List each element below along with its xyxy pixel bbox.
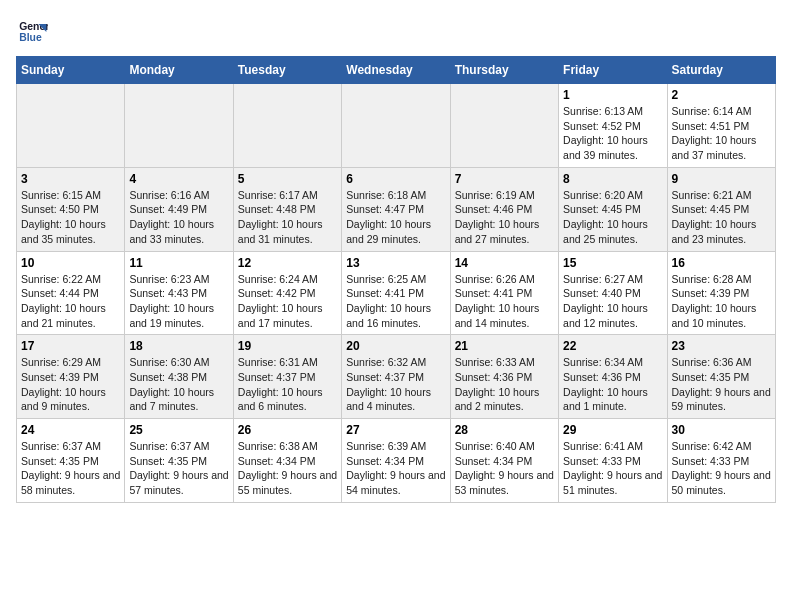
calendar-header: SundayMondayTuesdayWednesdayThursdayFrid… (17, 57, 776, 84)
day-number: 7 (455, 172, 554, 186)
day-number: 26 (238, 423, 337, 437)
day-number: 3 (21, 172, 120, 186)
weekday-header-thursday: Thursday (450, 57, 558, 84)
weekday-header-row: SundayMondayTuesdayWednesdayThursdayFrid… (17, 57, 776, 84)
day-number: 20 (346, 339, 445, 353)
day-info: Sunrise: 6:41 AM Sunset: 4:33 PM Dayligh… (563, 439, 662, 498)
day-number: 12 (238, 256, 337, 270)
calendar-cell: 9Sunrise: 6:21 AM Sunset: 4:45 PM Daylig… (667, 167, 775, 251)
day-info: Sunrise: 6:14 AM Sunset: 4:51 PM Dayligh… (672, 104, 771, 163)
day-number: 22 (563, 339, 662, 353)
day-number: 21 (455, 339, 554, 353)
calendar-cell (342, 84, 450, 168)
day-info: Sunrise: 6:19 AM Sunset: 4:46 PM Dayligh… (455, 188, 554, 247)
day-info: Sunrise: 6:17 AM Sunset: 4:48 PM Dayligh… (238, 188, 337, 247)
calendar-cell: 26Sunrise: 6:38 AM Sunset: 4:34 PM Dayli… (233, 419, 341, 503)
day-number: 25 (129, 423, 228, 437)
calendar-cell: 23Sunrise: 6:36 AM Sunset: 4:35 PM Dayli… (667, 335, 775, 419)
day-info: Sunrise: 6:23 AM Sunset: 4:43 PM Dayligh… (129, 272, 228, 331)
calendar-cell: 21Sunrise: 6:33 AM Sunset: 4:36 PM Dayli… (450, 335, 558, 419)
day-info: Sunrise: 6:37 AM Sunset: 4:35 PM Dayligh… (21, 439, 120, 498)
day-info: Sunrise: 6:31 AM Sunset: 4:37 PM Dayligh… (238, 355, 337, 414)
calendar-cell: 10Sunrise: 6:22 AM Sunset: 4:44 PM Dayli… (17, 251, 125, 335)
day-info: Sunrise: 6:20 AM Sunset: 4:45 PM Dayligh… (563, 188, 662, 247)
day-info: Sunrise: 6:34 AM Sunset: 4:36 PM Dayligh… (563, 355, 662, 414)
weekday-header-friday: Friday (559, 57, 667, 84)
calendar-week-row: 24Sunrise: 6:37 AM Sunset: 4:35 PM Dayli… (17, 419, 776, 503)
day-info: Sunrise: 6:24 AM Sunset: 4:42 PM Dayligh… (238, 272, 337, 331)
weekday-header-sunday: Sunday (17, 57, 125, 84)
calendar-cell: 8Sunrise: 6:20 AM Sunset: 4:45 PM Daylig… (559, 167, 667, 251)
weekday-header-monday: Monday (125, 57, 233, 84)
day-info: Sunrise: 6:13 AM Sunset: 4:52 PM Dayligh… (563, 104, 662, 163)
calendar-cell: 29Sunrise: 6:41 AM Sunset: 4:33 PM Dayli… (559, 419, 667, 503)
day-info: Sunrise: 6:21 AM Sunset: 4:45 PM Dayligh… (672, 188, 771, 247)
day-info: Sunrise: 6:36 AM Sunset: 4:35 PM Dayligh… (672, 355, 771, 414)
day-number: 4 (129, 172, 228, 186)
day-info: Sunrise: 6:27 AM Sunset: 4:40 PM Dayligh… (563, 272, 662, 331)
calendar-cell: 1Sunrise: 6:13 AM Sunset: 4:52 PM Daylig… (559, 84, 667, 168)
calendar-cell: 2Sunrise: 6:14 AM Sunset: 4:51 PM Daylig… (667, 84, 775, 168)
calendar-cell: 18Sunrise: 6:30 AM Sunset: 4:38 PM Dayli… (125, 335, 233, 419)
day-number: 17 (21, 339, 120, 353)
calendar-cell: 16Sunrise: 6:28 AM Sunset: 4:39 PM Dayli… (667, 251, 775, 335)
calendar-cell (17, 84, 125, 168)
calendar-week-row: 10Sunrise: 6:22 AM Sunset: 4:44 PM Dayli… (17, 251, 776, 335)
calendar-cell: 25Sunrise: 6:37 AM Sunset: 4:35 PM Dayli… (125, 419, 233, 503)
day-number: 13 (346, 256, 445, 270)
day-number: 8 (563, 172, 662, 186)
day-number: 5 (238, 172, 337, 186)
day-number: 9 (672, 172, 771, 186)
day-info: Sunrise: 6:29 AM Sunset: 4:39 PM Dayligh… (21, 355, 120, 414)
calendar-table: SundayMondayTuesdayWednesdayThursdayFrid… (16, 56, 776, 503)
weekday-header-saturday: Saturday (667, 57, 775, 84)
day-number: 19 (238, 339, 337, 353)
day-number: 6 (346, 172, 445, 186)
day-number: 29 (563, 423, 662, 437)
calendar-cell: 20Sunrise: 6:32 AM Sunset: 4:37 PM Dayli… (342, 335, 450, 419)
day-info: Sunrise: 6:28 AM Sunset: 4:39 PM Dayligh… (672, 272, 771, 331)
calendar-cell: 22Sunrise: 6:34 AM Sunset: 4:36 PM Dayli… (559, 335, 667, 419)
calendar-cell (125, 84, 233, 168)
calendar-cell: 28Sunrise: 6:40 AM Sunset: 4:34 PM Dayli… (450, 419, 558, 503)
calendar-cell: 7Sunrise: 6:19 AM Sunset: 4:46 PM Daylig… (450, 167, 558, 251)
day-number: 10 (21, 256, 120, 270)
day-info: Sunrise: 6:25 AM Sunset: 4:41 PM Dayligh… (346, 272, 445, 331)
day-number: 18 (129, 339, 228, 353)
day-info: Sunrise: 6:16 AM Sunset: 4:49 PM Dayligh… (129, 188, 228, 247)
calendar-cell: 13Sunrise: 6:25 AM Sunset: 4:41 PM Dayli… (342, 251, 450, 335)
logo: General Blue (16, 16, 52, 48)
day-number: 27 (346, 423, 445, 437)
calendar-week-row: 17Sunrise: 6:29 AM Sunset: 4:39 PM Dayli… (17, 335, 776, 419)
day-number: 2 (672, 88, 771, 102)
day-number: 11 (129, 256, 228, 270)
calendar-cell: 27Sunrise: 6:39 AM Sunset: 4:34 PM Dayli… (342, 419, 450, 503)
calendar-cell: 15Sunrise: 6:27 AM Sunset: 4:40 PM Dayli… (559, 251, 667, 335)
day-info: Sunrise: 6:37 AM Sunset: 4:35 PM Dayligh… (129, 439, 228, 498)
calendar-cell: 6Sunrise: 6:18 AM Sunset: 4:47 PM Daylig… (342, 167, 450, 251)
calendar-week-row: 3Sunrise: 6:15 AM Sunset: 4:50 PM Daylig… (17, 167, 776, 251)
calendar-cell (450, 84, 558, 168)
day-number: 1 (563, 88, 662, 102)
calendar-cell: 14Sunrise: 6:26 AM Sunset: 4:41 PM Dayli… (450, 251, 558, 335)
calendar-cell: 3Sunrise: 6:15 AM Sunset: 4:50 PM Daylig… (17, 167, 125, 251)
day-info: Sunrise: 6:26 AM Sunset: 4:41 PM Dayligh… (455, 272, 554, 331)
weekday-header-wednesday: Wednesday (342, 57, 450, 84)
calendar-cell: 11Sunrise: 6:23 AM Sunset: 4:43 PM Dayli… (125, 251, 233, 335)
svg-text:Blue: Blue (19, 32, 42, 43)
calendar-cell: 24Sunrise: 6:37 AM Sunset: 4:35 PM Dayli… (17, 419, 125, 503)
day-info: Sunrise: 6:22 AM Sunset: 4:44 PM Dayligh… (21, 272, 120, 331)
day-info: Sunrise: 6:33 AM Sunset: 4:36 PM Dayligh… (455, 355, 554, 414)
calendar-cell (233, 84, 341, 168)
calendar-cell: 5Sunrise: 6:17 AM Sunset: 4:48 PM Daylig… (233, 167, 341, 251)
day-number: 30 (672, 423, 771, 437)
day-info: Sunrise: 6:42 AM Sunset: 4:33 PM Dayligh… (672, 439, 771, 498)
calendar-week-row: 1Sunrise: 6:13 AM Sunset: 4:52 PM Daylig… (17, 84, 776, 168)
day-info: Sunrise: 6:40 AM Sunset: 4:34 PM Dayligh… (455, 439, 554, 498)
day-number: 16 (672, 256, 771, 270)
day-info: Sunrise: 6:32 AM Sunset: 4:37 PM Dayligh… (346, 355, 445, 414)
day-number: 23 (672, 339, 771, 353)
calendar-cell: 12Sunrise: 6:24 AM Sunset: 4:42 PM Dayli… (233, 251, 341, 335)
day-number: 24 (21, 423, 120, 437)
day-info: Sunrise: 6:39 AM Sunset: 4:34 PM Dayligh… (346, 439, 445, 498)
